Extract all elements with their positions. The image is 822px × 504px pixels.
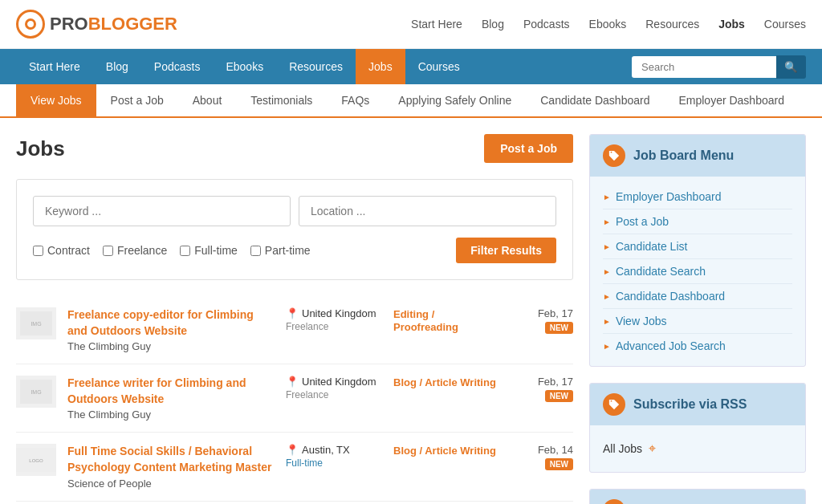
search-inputs bbox=[33, 196, 556, 226]
location-icon: 📍 bbox=[286, 307, 299, 319]
fulltime-checkbox[interactable] bbox=[180, 246, 190, 256]
arrow-icon: ► bbox=[603, 193, 611, 201]
sidebar-item-candidate-search[interactable]: ► Candidate Search bbox=[603, 259, 792, 284]
svg-text:LOGO: LOGO bbox=[29, 458, 43, 463]
rss-icon bbox=[608, 399, 620, 410]
rss-feed-icon[interactable]: ⌖ bbox=[649, 441, 656, 456]
job-location-name-1: 📍United Kingdom bbox=[286, 307, 382, 319]
main-nav-blog[interactable]: Blog bbox=[93, 49, 141, 84]
parttime-checkbox[interactable] bbox=[250, 246, 261, 256]
sub-nav-candidate-dashboard[interactable]: Candidate Dashboard bbox=[526, 84, 664, 116]
location-input[interactable] bbox=[299, 196, 556, 226]
job-category-1: Editing / Proofreading bbox=[393, 307, 498, 333]
filter-results-button[interactable]: Filter Results bbox=[456, 238, 556, 263]
top-nav-ebooks[interactable]: Ebooks bbox=[589, 18, 627, 30]
filter-parttime[interactable]: Part-time bbox=[250, 244, 311, 257]
job-company-1: The Climbing Guy bbox=[67, 340, 275, 352]
job-location-3: 📍Austin, TX Full-time bbox=[286, 444, 382, 469]
location-icon: 📍 bbox=[286, 376, 299, 388]
job-category-2: Blog / Article Writing bbox=[393, 376, 498, 388]
main-nav-search: 🔍 bbox=[632, 55, 806, 79]
search-button[interactable]: 🔍 bbox=[776, 55, 806, 79]
main-nav-start-here[interactable]: Start Here bbox=[16, 49, 93, 84]
keyword-input[interactable] bbox=[33, 196, 291, 226]
logo-icon-inner bbox=[25, 18, 36, 30]
top-nav-blog[interactable]: Blog bbox=[482, 18, 504, 30]
filter-contract[interactable]: Contract bbox=[33, 244, 90, 257]
job-board-menu-widget: Job Board Menu ► Employer Dashboard ► Po… bbox=[589, 134, 806, 367]
contract-checkbox[interactable] bbox=[33, 246, 43, 256]
rss-widget-title: Subscribe via RSS bbox=[633, 397, 747, 412]
filter-fulltime[interactable]: Full-time bbox=[180, 244, 238, 257]
job-category-link-2[interactable]: Blog / Article Writing bbox=[393, 376, 496, 388]
job-company-2: The Climbing Guy bbox=[67, 408, 275, 421]
sidebar-item-view-jobs[interactable]: ► View Jobs bbox=[603, 309, 792, 334]
top-nav-courses[interactable]: Courses bbox=[764, 18, 806, 30]
widget-header-job-board: Job Board Menu bbox=[590, 135, 805, 177]
job-location-name-3: 📍Austin, TX bbox=[286, 444, 382, 456]
sub-nav-view-jobs[interactable]: View Jobs bbox=[16, 84, 96, 116]
top-nav-podcasts[interactable]: Podcasts bbox=[523, 18, 570, 30]
main-nav-jobs[interactable]: Jobs bbox=[356, 49, 405, 84]
page-title: Jobs bbox=[16, 136, 65, 161]
job-category-3: Blog / Article Writing bbox=[393, 444, 498, 457]
job-date-text-2: Feb, 17 bbox=[509, 376, 573, 388]
sub-nav-applying-safely[interactable]: Applying Safely Online bbox=[384, 84, 526, 116]
arrow-icon: ► bbox=[603, 242, 611, 251]
sidebar-item-advanced-job-search[interactable]: ► Advanced Job Search bbox=[603, 334, 792, 358]
table-row: IMG Freelance copy-editor for Climbing a… bbox=[16, 296, 573, 364]
job-type-1: Freelance bbox=[286, 321, 382, 332]
filter-freelance[interactable]: Freelance bbox=[103, 244, 167, 257]
top-nav-jobs[interactable]: Jobs bbox=[718, 18, 745, 30]
job-location-2: 📍United Kingdom Freelance bbox=[286, 376, 382, 400]
widget-header-job-alert: Create a Job Alert bbox=[590, 490, 805, 504]
sidebar-item-candidate-list[interactable]: ► Candidate List bbox=[603, 234, 792, 259]
job-title-3[interactable]: Full Time Social Skills / Behavioral Psy… bbox=[67, 444, 275, 475]
job-type-2: Freelance bbox=[286, 389, 382, 400]
sub-nav-employer-dashboard[interactable]: Employer Dashboard bbox=[664, 84, 799, 116]
main-nav-courses[interactable]: Courses bbox=[405, 49, 473, 84]
job-title-2[interactable]: Freelance writer for Climbing and Outdoo… bbox=[67, 376, 275, 407]
job-details-3: Full Time Social Skills / Behavioral Psy… bbox=[67, 444, 275, 489]
sidebar-item-post-job[interactable]: ► Post a Job bbox=[603, 209, 792, 234]
top-nav-start-here[interactable]: Start Here bbox=[411, 18, 462, 30]
job-list: IMG Freelance copy-editor for Climbing a… bbox=[16, 296, 573, 502]
sidebar-item-candidate-dashboard[interactable]: ► Candidate Dashboard bbox=[603, 284, 792, 309]
job-date-text-3: Feb, 14 bbox=[509, 444, 573, 456]
widget-header-icon bbox=[603, 144, 625, 167]
job-details-1: Freelance copy-editor for Climbing and O… bbox=[67, 307, 275, 352]
sub-nav-testimonials[interactable]: Testimonials bbox=[236, 84, 327, 116]
new-badge-1: NEW bbox=[545, 322, 573, 334]
sub-nav-faqs[interactable]: FAQs bbox=[327, 84, 384, 116]
new-badge-2: NEW bbox=[545, 390, 573, 402]
arrow-icon: ► bbox=[603, 342, 611, 351]
sub-nav-about[interactable]: About bbox=[178, 84, 237, 116]
main-nav-podcasts[interactable]: Podcasts bbox=[141, 49, 214, 84]
job-details-2: Freelance writer for Climbing and Outdoo… bbox=[67, 376, 275, 421]
rss-all-jobs: All Jobs ⌖ bbox=[603, 433, 792, 464]
job-category-link-3[interactable]: Blog / Article Writing bbox=[393, 445, 496, 457]
page-header: Jobs Post a Job bbox=[16, 134, 573, 163]
tag-icon bbox=[608, 150, 620, 161]
logo-text: PROBLOGGER bbox=[50, 14, 177, 35]
job-title-1[interactable]: Freelance copy-editor for Climbing and O… bbox=[67, 307, 275, 339]
logo-blogger: BLOGGER bbox=[88, 14, 177, 34]
main-nav-resources[interactable]: Resources bbox=[276, 49, 356, 84]
svg-text:IMG: IMG bbox=[31, 321, 41, 327]
search-input[interactable] bbox=[632, 56, 776, 78]
rss-widget: Subscribe via RSS All Jobs ⌖ bbox=[589, 383, 806, 473]
freelance-checkbox[interactable] bbox=[103, 246, 113, 256]
logo-pro: PRO bbox=[50, 14, 88, 34]
main-nav-ebooks[interactable]: Ebooks bbox=[213, 49, 276, 84]
rss-widget-body: All Jobs ⌖ bbox=[590, 425, 805, 472]
top-nav-resources[interactable]: Resources bbox=[645, 18, 699, 30]
job-category-link-1[interactable]: Editing / Proofreading bbox=[393, 308, 458, 333]
sidebar-item-employer-dashboard[interactable]: ► Employer Dashboard bbox=[603, 185, 792, 209]
sub-navigation: View Jobs Post a Job About Testimonials … bbox=[0, 84, 822, 118]
job-alert-widget: Create a Job Alert bbox=[589, 489, 806, 504]
job-date-1: Feb, 17 NEW bbox=[509, 307, 573, 334]
sub-nav-post-job[interactable]: Post a Job bbox=[96, 84, 178, 116]
post-job-button[interactable]: Post a Job bbox=[484, 134, 573, 163]
job-logo-2: IMG bbox=[16, 376, 56, 408]
location-icon: 📍 bbox=[286, 444, 299, 456]
